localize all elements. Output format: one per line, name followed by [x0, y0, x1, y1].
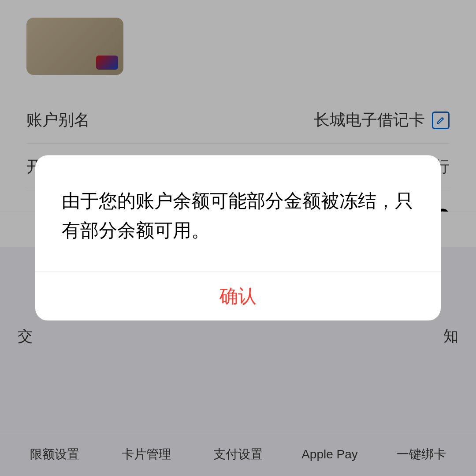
dialog-footer: 确认 — [35, 272, 441, 321]
confirm-button[interactable]: 确认 — [35, 272, 441, 321]
dialog-body: 由于您的账户余额可能部分金额被冻结，只有部分余额可用。 — [35, 155, 441, 271]
dialog-message: 由于您的账户余额可能部分金额被冻结，只有部分余额可用。 — [62, 186, 414, 245]
dialog: 由于您的账户余额可能部分金额被冻结，只有部分余额可用。 确认 — [35, 155, 441, 320]
